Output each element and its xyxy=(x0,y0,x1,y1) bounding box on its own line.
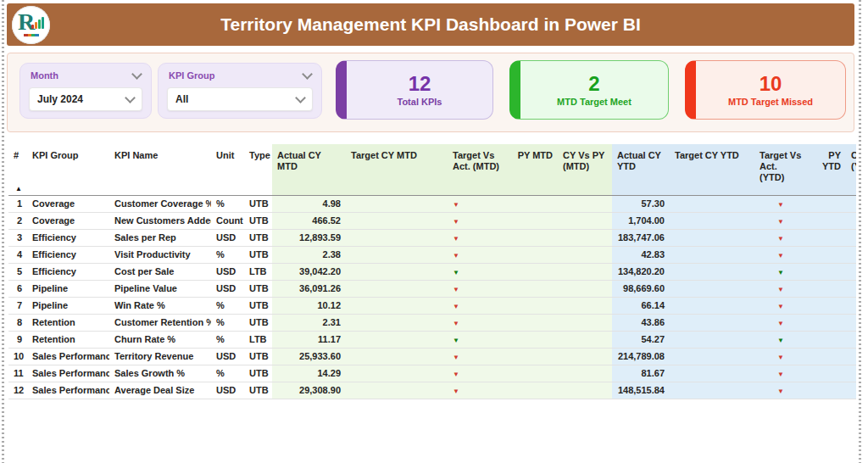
cell-cy_py_ytd xyxy=(846,348,856,365)
cell-actual_ytd: 148,515.84 xyxy=(612,382,670,399)
cell-actual_mtd: 14.29 xyxy=(272,365,346,382)
cell-n: 3 xyxy=(8,229,27,246)
chevron-down-icon[interactable] xyxy=(302,69,313,80)
column-header-group[interactable]: KPI Group xyxy=(27,144,109,195)
card-mtd-target-missed-label: MTD Target Missed xyxy=(728,97,813,107)
cell-name: Average Deal Size xyxy=(109,382,211,399)
status-down-icon: ▼ xyxy=(777,354,784,361)
cell-cy_py_mtd xyxy=(558,246,612,263)
cell-target_mtd xyxy=(346,229,448,246)
column-header-type[interactable]: Type xyxy=(244,144,272,195)
cell-name: Churn Rate % xyxy=(109,331,211,348)
table-row: 1CoverageCustomer Coverage %%UTB4.98▼57.… xyxy=(8,195,856,212)
month-filter-label: Month xyxy=(31,70,58,81)
card-mtd-target-missed: 10 MTD Target Missed xyxy=(685,60,846,120)
column-header-py_ytd[interactable]: PY YTD xyxy=(807,144,846,195)
cell-actual_ytd: 54.27 xyxy=(612,331,670,348)
cell-tva_ytd: ▼ xyxy=(754,246,807,263)
status-down-icon: ▼ xyxy=(777,252,784,259)
cell-tva_ytd: ▼ xyxy=(754,314,807,331)
page-title: Territory Management KPI Dashboard in Po… xyxy=(7,3,854,46)
kpi-group-filter: KPI Group All xyxy=(158,63,322,119)
cell-target_ytd xyxy=(670,229,754,246)
cell-target_mtd xyxy=(346,348,448,365)
column-header-cy_py_ytd[interactable]: CY Vs PY (YTD) xyxy=(846,144,856,195)
table-row: 3EfficiencySales per RepUSDUTB12,893.59▼… xyxy=(8,229,856,246)
cell-actual_ytd: 134,820.20 xyxy=(612,263,670,280)
cell-actual_ytd: 1,704.00 xyxy=(612,212,670,229)
column-header-cy_py_mtd[interactable]: CY Vs PY (MTD) xyxy=(558,144,612,195)
cell-tva_ytd: ▼ xyxy=(754,229,807,246)
cell-n: 10 xyxy=(8,348,27,365)
cell-py_mtd xyxy=(509,212,558,229)
cell-target_ytd xyxy=(670,382,754,399)
column-header-tva_ytd[interactable]: Target Vs Act. (YTD) xyxy=(754,144,807,195)
cell-cy_py_ytd xyxy=(846,331,856,348)
chevron-down-icon[interactable] xyxy=(125,92,136,103)
cell-target_mtd xyxy=(346,331,448,348)
column-header-tva_mtd[interactable]: Target Vs Act. (MTD) xyxy=(448,144,509,195)
cell-group: Coverage xyxy=(27,212,109,229)
kpi-group-select-value: All xyxy=(175,93,188,105)
cell-actual_ytd: 57.30 xyxy=(612,195,670,212)
column-header-unit[interactable]: Unit xyxy=(211,144,244,195)
cell-py_mtd xyxy=(509,348,558,365)
cell-type: UTB xyxy=(244,246,272,263)
cell-actual_mtd: 29,308.90 xyxy=(272,382,346,399)
cell-type: UTB xyxy=(244,365,272,382)
column-header-target_mtd[interactable]: Target CY MTD xyxy=(346,144,448,195)
cell-cy_py_mtd xyxy=(558,365,612,382)
kpi-group-select[interactable]: All xyxy=(167,87,313,111)
cell-group: Coverage xyxy=(27,195,109,212)
cell-tva_mtd: ▼ xyxy=(448,212,509,229)
cell-n: 1 xyxy=(8,195,27,212)
cell-py_mtd xyxy=(509,331,558,348)
column-header-target_ytd[interactable]: Target CY YTD xyxy=(670,144,754,195)
cell-type: UTB xyxy=(244,314,272,331)
cell-cy_py_mtd xyxy=(558,263,612,280)
cell-actual_mtd: 36,091.26 xyxy=(272,280,346,297)
cell-unit: % xyxy=(211,365,244,382)
cell-cy_py_ytd xyxy=(846,195,856,212)
cell-py_ytd xyxy=(807,280,846,297)
cell-actual_mtd: 25,933.60 xyxy=(272,348,346,365)
cell-n: 6 xyxy=(8,280,27,297)
cell-unit: USD xyxy=(211,263,244,280)
column-header-actual_mtd[interactable]: Actual CY MTD xyxy=(272,144,346,195)
column-header-py_mtd[interactable]: PY MTD xyxy=(509,144,558,195)
cell-type: UTB xyxy=(244,297,272,314)
cell-unit: % xyxy=(211,246,244,263)
table-row: 10Sales PerformanceTerritory RevenueUSDU… xyxy=(8,348,856,365)
cell-name: Territory Revenue xyxy=(109,348,211,365)
column-header-name[interactable]: KPI Name xyxy=(109,144,211,195)
card-mtd-target-missed-value: 10 xyxy=(760,73,782,95)
cell-cy_py_mtd xyxy=(558,297,612,314)
cell-group: Pipeline xyxy=(27,280,109,297)
logo-color-strip xyxy=(24,34,39,36)
cell-tva_ytd: ▼ xyxy=(754,382,807,399)
chevron-down-icon[interactable] xyxy=(295,92,306,103)
status-down-icon: ▼ xyxy=(777,371,784,378)
cell-py_mtd xyxy=(509,246,558,263)
cell-group: Sales Performance xyxy=(27,382,109,399)
cell-py_ytd xyxy=(807,348,846,365)
status-down-icon: ▼ xyxy=(777,303,784,310)
cell-py_ytd xyxy=(807,331,846,348)
cell-name: Visit Productivity xyxy=(109,246,211,263)
chevron-down-icon[interactable] xyxy=(131,69,142,80)
column-header-actual_ytd[interactable]: Actual CY YTD xyxy=(612,144,670,195)
cell-py_ytd xyxy=(807,314,846,331)
cell-n: 2 xyxy=(8,212,27,229)
cell-cy_py_ytd xyxy=(846,246,856,263)
cell-actual_ytd: 42.83 xyxy=(612,246,670,263)
cell-cy_py_ytd xyxy=(846,365,856,382)
table-row: 2CoverageNew Customers AddedCountUTB466.… xyxy=(8,212,856,229)
sort-ascending-icon[interactable]: ▲ xyxy=(15,185,22,192)
cell-n: 7 xyxy=(8,297,27,314)
cell-group: Retention xyxy=(27,314,109,331)
cell-actual_mtd: 10.12 xyxy=(272,297,346,314)
cell-type: UTB xyxy=(244,382,272,399)
cell-cy_py_mtd xyxy=(558,314,612,331)
cell-actual_mtd: 12,893.59 xyxy=(272,229,346,246)
month-select[interactable]: July 2024 xyxy=(29,87,142,111)
